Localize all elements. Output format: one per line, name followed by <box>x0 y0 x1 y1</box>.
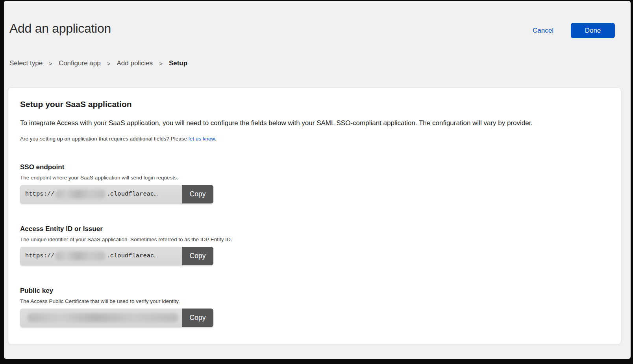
card-note-text: Are you setting up an application that r… <box>20 136 189 142</box>
breadcrumb-separator: > <box>49 60 52 67</box>
sso-endpoint-section: SSO endpoint The endpoint where your Saa… <box>20 163 609 203</box>
app-window: Add an application Cancel Done Select ty… <box>4 1 631 359</box>
public-key-description: The Access Public Certificate that will … <box>20 298 609 304</box>
entity-id-description: The unique identifier of your SaaS appli… <box>20 237 609 242</box>
entity-id-value-suffix: .cloudflareac… <box>106 252 157 259</box>
sso-endpoint-value-suffix: .cloudflareac… <box>106 190 157 198</box>
redacted-value-blur <box>28 313 178 322</box>
sso-endpoint-row: https://.cloudflareac… Copy <box>20 185 213 203</box>
breadcrumb-separator: > <box>107 60 111 67</box>
redacted-value-blur <box>56 251 105 261</box>
cancel-button[interactable]: Cancel <box>533 27 553 35</box>
sso-endpoint-copy-button[interactable]: Copy <box>182 185 213 203</box>
breadcrumb: Select type > Configure app > Add polici… <box>9 59 631 67</box>
public-key-label: Public key <box>20 287 609 295</box>
card-intro: To integrate Access with your SaaS appli… <box>20 119 609 128</box>
card-note: Are you setting up an application that r… <box>20 136 609 142</box>
header-actions: Cancel Done <box>533 23 615 38</box>
breadcrumb-item-configure-app[interactable]: Configure app <box>59 59 101 67</box>
breadcrumb-separator: > <box>159 60 163 67</box>
public-key-value <box>20 309 182 327</box>
sso-endpoint-description: The endpoint where your SaaS application… <box>20 175 609 181</box>
sso-endpoint-value: https://.cloudflareac… <box>20 185 182 203</box>
entity-id-label: Access Entity ID or Issuer <box>20 225 609 233</box>
sso-endpoint-label: SSO endpoint <box>20 163 609 171</box>
page-header: Add an application Cancel Done <box>4 1 631 38</box>
public-key-copy-button[interactable]: Copy <box>182 309 213 327</box>
entity-id-row: https://.cloudflareac… Copy <box>20 247 213 265</box>
redacted-value-blur <box>56 190 105 199</box>
done-button[interactable]: Done <box>571 23 615 38</box>
breadcrumb-item-add-policies[interactable]: Add policies <box>117 59 153 67</box>
entity-id-value-prefix: https:// <box>25 252 54 259</box>
breadcrumb-item-select-type[interactable]: Select type <box>9 59 43 67</box>
sso-endpoint-value-prefix: https:// <box>25 190 54 198</box>
let-us-know-link[interactable]: let us know. <box>189 136 217 142</box>
page-title: Add an application <box>9 21 111 36</box>
entity-id-section: Access Entity ID or Issuer The unique id… <box>20 225 609 265</box>
setup-card: Setup your SaaS application To integrate… <box>8 87 621 345</box>
entity-id-value: https://.cloudflareac… <box>20 247 182 265</box>
public-key-section: Public key The Access Public Certificate… <box>20 287 609 327</box>
card-heading: Setup your SaaS application <box>20 100 609 109</box>
public-key-row: Copy <box>20 309 213 327</box>
breadcrumb-item-setup: Setup <box>169 59 187 67</box>
entity-id-copy-button[interactable]: Copy <box>182 247 213 265</box>
